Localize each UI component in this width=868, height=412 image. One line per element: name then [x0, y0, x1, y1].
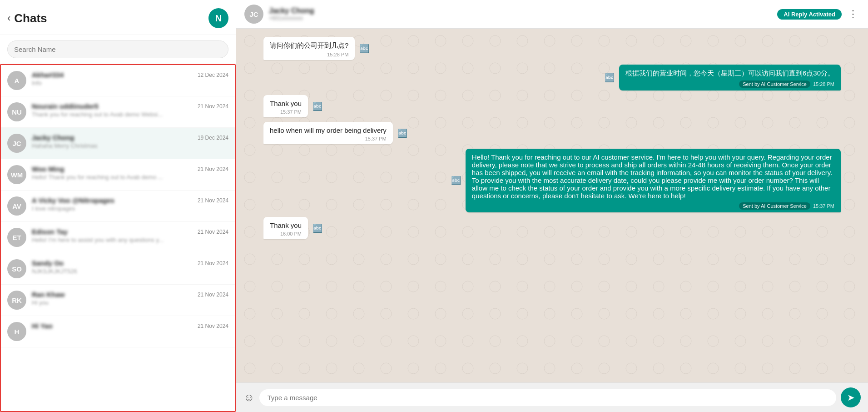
chat-date: 21 Nov 2024	[198, 291, 228, 298]
chat-info: A Vicky Voo @Nitropages 21 Nov 2024 I lo…	[32, 196, 228, 212]
message-outgoing: 🔤 根据我们的营业时间，您今天（星期三）可以访问我们直到6点30分。 Sent …	[619, 65, 841, 90]
chat-info: Ran Khaw 21 Nov 2024 Hi you	[32, 291, 228, 306]
message-incoming: hello when will my order being delivery …	[263, 122, 393, 144]
messages-area: 请问你们的公司开到几点? 15:28 PM 🔤 🔤 根据我们的营业时间，您今天（…	[236, 29, 868, 382]
chat-name-row: A Vicky Voo @Nitropages 21 Nov 2024	[32, 196, 228, 204]
chat-list-item[interactable]: WM Woo Ming 21 Nov 2024 Hello! Thank you…	[1, 159, 235, 191]
message-text: hello when will my order being delivery	[270, 126, 387, 134]
chat-date: 21 Nov 2024	[198, 197, 228, 204]
chat-name: Jacky Chong	[32, 134, 74, 141]
message-incoming: Thank you 16:00 PM 🔤	[263, 217, 308, 239]
translate-icon[interactable]: 🔤	[397, 128, 407, 138]
search-input[interactable]	[7, 40, 228, 58]
chat-main: JC Jacky Chong +601xxxxxxxx AI Reply Act…	[236, 0, 868, 412]
chat-list-item[interactable]: RK Ran Khaw 21 Nov 2024 Hi you	[1, 285, 235, 316]
bubble-outgoing: 根据我们的营业时间，您今天（星期三）可以访问我们直到6点30分。 Sent by…	[619, 65, 841, 90]
chat-name-row: Ran Khaw 21 Nov 2024	[32, 291, 228, 298]
chat-avatar: AV	[7, 196, 26, 216]
message-text: Hello! Thank you for reaching out to our…	[472, 153, 834, 200]
chat-info: Akha#334 12 Dec 2024 Info	[32, 71, 228, 86]
chat-list-item[interactable]: ET Edison Tay 21 Nov 2024 Hello! I'm her…	[1, 222, 235, 253]
chat-name-row: Jacky Chong 19 Dec 2024	[32, 134, 228, 141]
chat-list-item[interactable]: H Hi Yao 21 Nov 2024	[1, 316, 235, 347]
message-time: 15:28 PM	[270, 52, 348, 57]
message-outgoing: 🔤 Hello! Thank you for reaching out to o…	[466, 149, 841, 212]
send-icon: ➤	[847, 392, 855, 403]
translate-icon[interactable]: 🔤	[312, 101, 322, 111]
message-text: 根据我们的营业时间，您今天（星期三）可以访问我们直到6点30分。	[625, 69, 834, 78]
message-time: 15:37 PM	[270, 136, 387, 141]
chat-list-item[interactable]: AV A Vicky Voo @Nitropages 21 Nov 2024 I…	[1, 191, 235, 222]
chat-list-item[interactable]: JC Jacky Chong 19 Dec 2024 Hahaha Merry …	[1, 128, 235, 159]
chat-avatar: RK	[7, 291, 26, 310]
message-time: 15:28 PM	[813, 81, 834, 87]
send-button[interactable]: ➤	[841, 387, 861, 407]
emoji-button[interactable]: ☺	[243, 391, 255, 404]
chat-date: 21 Nov 2024	[198, 260, 228, 266]
chat-list-item[interactable]: NU Nourain uddiinuder5 21 Nov 2024 Thank…	[1, 96, 235, 128]
chat-avatar: SO	[7, 259, 26, 278]
chat-avatar: H	[7, 322, 26, 341]
message-time: 15:37 PM	[270, 109, 302, 115]
message-text: 请问你们的公司开到几点?	[270, 41, 348, 50]
translate-icon[interactable]: 🔤	[359, 44, 369, 54]
chat-date: 12 Dec 2024	[198, 72, 228, 78]
chat-date: 19 Dec 2024	[198, 135, 228, 141]
chat-info: Edison Tay 21 Nov 2024 Hello! I'm here t…	[32, 228, 228, 243]
chat-info: Hi Yao 21 Nov 2024	[32, 322, 228, 331]
chat-header: JC Jacky Chong +601xxxxxxxx AI Reply Act…	[236, 0, 868, 29]
bubble-incoming: Thank you 15:37 PM 🔤	[263, 95, 308, 117]
sidebar: ‹ Chats N A Akha#334 12 Dec 2024 Info NU…	[0, 0, 236, 412]
bubble-incoming: 请问你们的公司开到几点? 15:28 PM 🔤	[263, 37, 355, 60]
chat-preview: Hello! Thank you for reaching out to Ava…	[32, 174, 228, 181]
chat-date: 21 Nov 2024	[198, 166, 228, 172]
chat-header-avatar: JC	[244, 5, 263, 24]
chat-avatar: NU	[7, 102, 26, 121]
bubble-incoming: Thank you 16:00 PM 🔤	[263, 217, 308, 239]
chat-preview: Hi you	[32, 299, 228, 306]
ai-service-badge: Sent by AI Customer Service	[739, 202, 810, 210]
chat-name: Edison Tay	[32, 228, 68, 236]
chat-name-row: Nourain uddiinuder5 21 Nov 2024	[32, 102, 228, 110]
translate-icon[interactable]: 🔤	[451, 176, 461, 186]
chat-avatar: ET	[7, 228, 26, 247]
translate-icon[interactable]: 🔤	[312, 223, 322, 233]
search-container	[0, 35, 236, 64]
chat-list-item[interactable]: A Akha#334 12 Dec 2024 Info	[1, 65, 235, 96]
chat-name-row: Woo Ming 21 Nov 2024	[32, 165, 228, 173]
chat-info: Woo Ming 21 Nov 2024 Hello! Thank you fo…	[32, 165, 228, 181]
back-chevron[interactable]: ‹	[7, 12, 10, 24]
contact-phone: +601xxxxxxxx	[269, 15, 777, 21]
chat-preview: Hello! I'm here to assist you with any q…	[32, 236, 228, 243]
chat-preview: Thank you for reaching out to Avab demo …	[32, 111, 228, 118]
sidebar-title-label: Chats	[14, 11, 47, 25]
chat-preview: Hahaha Merry Christmas	[32, 142, 228, 149]
message-input[interactable]	[259, 389, 836, 406]
sidebar-header: ‹ Chats N	[0, 0, 236, 35]
contact-name: Jacky Chong	[269, 7, 777, 15]
translate-icon[interactable]: 🔤	[605, 73, 615, 83]
chat-name: Sandy Oo	[32, 259, 64, 267]
bubble-outgoing: Hello! Thank you for reaching out to our…	[466, 149, 841, 212]
message-text: Thank you	[270, 100, 302, 107]
sidebar-title[interactable]: ‹ Chats	[7, 11, 47, 25]
chat-name: Nourain uddiinuder5	[32, 102, 99, 110]
ai-reply-badge: AI Reply Activated	[777, 9, 842, 20]
message-time: 15:37 PM	[813, 203, 834, 209]
chat-info: Jacky Chong 19 Dec 2024 Hahaha Merry Chr…	[32, 134, 228, 149]
chat-name: A Vicky Voo @Nitropages	[32, 196, 114, 204]
message-footer: Sent by AI Customer Service 15:37 PM	[472, 202, 834, 210]
more-options-button[interactable]: ⋮	[846, 8, 860, 20]
user-avatar[interactable]: N	[208, 8, 228, 28]
chat-preview: NJKSJKJKJT526	[32, 268, 228, 275]
ai-service-badge: Sent by AI Customer Service	[739, 80, 810, 88]
chat-name-row: Edison Tay 21 Nov 2024	[32, 228, 228, 236]
chat-preview: Info	[32, 80, 228, 86]
chat-date: 21 Nov 2024	[198, 229, 228, 235]
chat-list-item[interactable]: SO Sandy Oo 21 Nov 2024 NJKSJKJKJT526	[1, 253, 235, 285]
message-text: Thank you	[270, 221, 302, 229]
chat-info: Nourain uddiinuder5 21 Nov 2024 Thank yo…	[32, 102, 228, 118]
chat-preview: I love nitropages	[32, 205, 228, 212]
message-footer: Sent by AI Customer Service 15:28 PM	[625, 80, 834, 88]
chat-header-info: Jacky Chong +601xxxxxxxx	[269, 7, 777, 21]
